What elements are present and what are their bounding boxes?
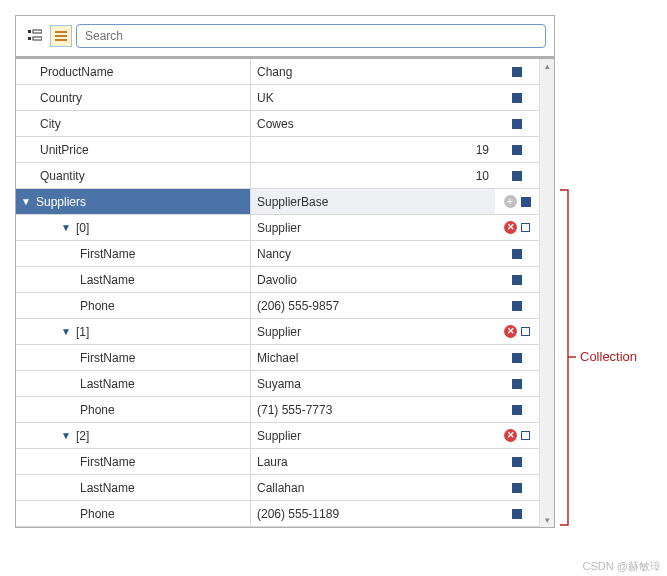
value[interactable]: 10: [476, 169, 489, 183]
row-supplier-1-lastname[interactable]: LastName Suyama: [16, 371, 539, 397]
value[interactable]: UK: [257, 91, 274, 105]
marker-icon[interactable]: [512, 145, 522, 155]
marker-icon[interactable]: [512, 483, 522, 493]
label: Phone: [80, 403, 115, 417]
row-productname[interactable]: ProductName Chang: [16, 59, 539, 85]
svg-rect-2: [28, 37, 31, 40]
marker-icon[interactable]: [512, 301, 522, 311]
annotation-label: Collection: [580, 349, 637, 364]
marker-icon[interactable]: [512, 93, 522, 103]
label: FirstName: [80, 247, 135, 261]
value: Supplier: [257, 221, 301, 235]
value[interactable]: Callahan: [257, 481, 304, 495]
toolbar: [16, 16, 554, 59]
marker-icon[interactable]: [512, 457, 522, 467]
value[interactable]: Davolio: [257, 273, 297, 287]
row-supplier-2-firstname[interactable]: FirstName Laura: [16, 449, 539, 475]
categorized-view-button[interactable]: [24, 25, 46, 47]
property-grid: ProductName Chang Country UK City Cowes …: [15, 15, 555, 528]
row-supplier-0-phone[interactable]: Phone (206) 555-9857: [16, 293, 539, 319]
label: Country: [40, 91, 82, 105]
row-supplier-1-firstname[interactable]: FirstName Michael: [16, 345, 539, 371]
marker-icon[interactable]: [512, 171, 522, 181]
label: Phone: [80, 299, 115, 313]
grid-body: ProductName Chang Country UK City Cowes …: [16, 59, 554, 527]
row-supplier-0-firstname[interactable]: FirstName Nancy: [16, 241, 539, 267]
value[interactable]: Suyama: [257, 377, 301, 391]
label: [1]: [76, 325, 89, 339]
label: LastName: [80, 377, 135, 391]
label: [0]: [76, 221, 89, 235]
value[interactable]: Cowes: [257, 117, 294, 131]
grid-rows: ProductName Chang Country UK City Cowes …: [16, 59, 539, 527]
marker-icon[interactable]: [521, 197, 531, 207]
label: UnitPrice: [40, 143, 89, 157]
value[interactable]: Laura: [257, 455, 288, 469]
label: FirstName: [80, 351, 135, 365]
value: Supplier: [257, 325, 301, 339]
label: LastName: [80, 273, 135, 287]
delete-button[interactable]: ✕: [504, 325, 517, 338]
label: Suppliers: [36, 195, 86, 209]
search-input[interactable]: [76, 24, 546, 48]
row-unitprice[interactable]: UnitPrice 19: [16, 137, 539, 163]
row-supplier-2-phone[interactable]: Phone (206) 555-1189: [16, 501, 539, 527]
value: Supplier: [257, 429, 301, 443]
alphabetical-view-button[interactable]: [50, 25, 72, 47]
label: Phone: [80, 507, 115, 521]
label: ProductName: [40, 65, 113, 79]
row-supplier-0-lastname[interactable]: LastName Davolio: [16, 267, 539, 293]
marker-icon[interactable]: [521, 223, 530, 232]
delete-button[interactable]: ✕: [504, 221, 517, 234]
row-supplier-2[interactable]: ▼[2] Supplier ✕: [16, 423, 539, 449]
svg-rect-1: [33, 30, 42, 33]
marker-icon[interactable]: [512, 353, 522, 363]
scroll-up-icon[interactable]: ▴: [545, 59, 550, 73]
svg-rect-3: [33, 37, 42, 40]
scrollbar[interactable]: ▴ ▾: [539, 59, 554, 527]
label: Quantity: [40, 169, 85, 183]
marker-icon[interactable]: [521, 431, 530, 440]
svg-rect-5: [55, 35, 67, 37]
row-supplier-1[interactable]: ▼[1] Supplier ✕: [16, 319, 539, 345]
row-supplier-0[interactable]: ▼[0] Supplier ✕: [16, 215, 539, 241]
add-button[interactable]: +: [504, 195, 517, 208]
marker-icon[interactable]: [512, 509, 522, 519]
marker-icon[interactable]: [512, 405, 522, 415]
watermark: CSDN @赫敏璋: [583, 559, 661, 574]
expand-icon[interactable]: ▼: [60, 222, 72, 233]
value[interactable]: Nancy: [257, 247, 291, 261]
marker-icon[interactable]: [512, 67, 522, 77]
scroll-down-icon[interactable]: ▾: [545, 513, 550, 527]
row-city[interactable]: City Cowes: [16, 111, 539, 137]
row-supplier-1-phone[interactable]: Phone (71) 555-7773: [16, 397, 539, 423]
row-quantity[interactable]: Quantity 10: [16, 163, 539, 189]
value[interactable]: (206) 555-1189: [257, 507, 339, 521]
value[interactable]: (206) 555-9857: [257, 299, 339, 313]
svg-rect-0: [28, 30, 31, 33]
categorized-icon: [28, 29, 42, 43]
expand-icon[interactable]: ▼: [60, 326, 72, 337]
value: SupplierBase: [257, 195, 328, 209]
expand-icon[interactable]: ▼: [20, 196, 32, 207]
row-country[interactable]: Country UK: [16, 85, 539, 111]
marker-icon[interactable]: [512, 379, 522, 389]
value[interactable]: 19: [476, 143, 489, 157]
delete-button[interactable]: ✕: [504, 429, 517, 442]
marker-icon[interactable]: [512, 275, 522, 285]
marker-icon[interactable]: [521, 327, 530, 336]
marker-icon[interactable]: [512, 119, 522, 129]
svg-rect-6: [55, 39, 67, 41]
marker-icon[interactable]: [512, 249, 522, 259]
label: [2]: [76, 429, 89, 443]
svg-rect-4: [55, 31, 67, 33]
row-supplier-2-lastname[interactable]: LastName Callahan: [16, 475, 539, 501]
list-icon: [54, 29, 68, 43]
label: LastName: [80, 481, 135, 495]
row-suppliers[interactable]: ▼Suppliers SupplierBase +: [16, 189, 539, 215]
value[interactable]: Chang: [257, 65, 292, 79]
expand-icon[interactable]: ▼: [60, 430, 72, 441]
value[interactable]: Michael: [257, 351, 298, 365]
label: City: [40, 117, 61, 131]
value[interactable]: (71) 555-7773: [257, 403, 332, 417]
